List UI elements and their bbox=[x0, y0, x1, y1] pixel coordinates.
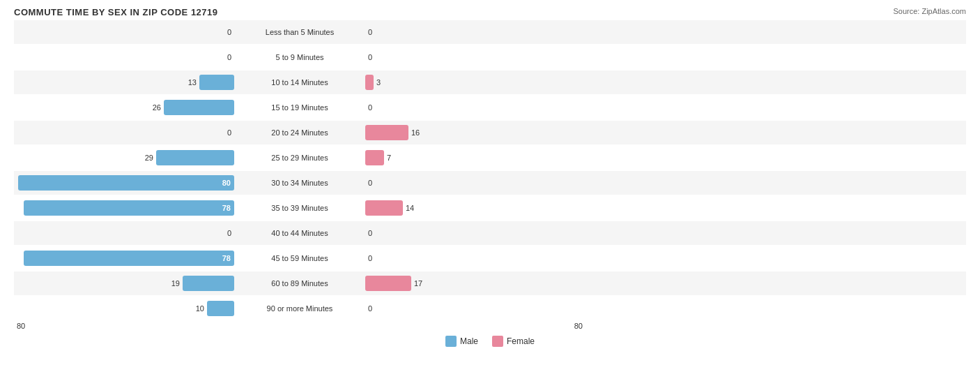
row-label: 5 to 9 Minutes bbox=[237, 53, 362, 61]
female-section: 0 bbox=[362, 103, 585, 112]
chart-row: 020 to 24 Minutes16 bbox=[14, 121, 966, 144]
chart-row: 8030 to 34 Minutes0 bbox=[14, 171, 966, 195]
chart-title: COMMUTE TIME BY SEX IN ZIP CODE 12719 bbox=[14, 7, 218, 17]
female-value: 7 bbox=[387, 154, 401, 162]
male-section: 26 bbox=[14, 100, 237, 115]
female-section: 14 bbox=[362, 200, 585, 216]
female-section: 17 bbox=[362, 276, 585, 291]
female-value: 14 bbox=[406, 204, 420, 212]
female-value: 0 bbox=[368, 28, 382, 36]
male-section: 80 bbox=[14, 175, 237, 191]
chart-row: 05 to 9 Minutes0 bbox=[14, 45, 966, 69]
male-section: 10 bbox=[14, 301, 237, 316]
female-value: 0 bbox=[368, 254, 382, 262]
chart-row: 0Less than 5 Minutes0 bbox=[14, 20, 966, 44]
chart-row: 2925 to 29 Minutes7 bbox=[14, 146, 966, 170]
row-label: 20 to 24 Minutes bbox=[237, 128, 362, 137]
chart-body: 0Less than 5 Minutes005 to 9 Minutes0131… bbox=[14, 20, 966, 320]
chart-row: 2615 to 19 Minutes0 bbox=[14, 96, 966, 119]
row-label: 15 to 19 Minutes bbox=[237, 103, 362, 112]
male-value: 0 bbox=[217, 128, 231, 137]
male-value: 0 bbox=[217, 28, 231, 36]
male-bar bbox=[207, 301, 234, 316]
row-label: 40 to 44 Minutes bbox=[237, 229, 362, 237]
female-value: 17 bbox=[414, 279, 428, 288]
female-value: 0 bbox=[368, 304, 382, 313]
female-legend-label: Female bbox=[507, 336, 535, 346]
male-value: 10 bbox=[190, 304, 204, 313]
male-section: 0 bbox=[14, 128, 237, 137]
chart-row: 040 to 44 Minutes0 bbox=[14, 221, 966, 245]
legend-male: Male bbox=[445, 336, 478, 347]
male-bar bbox=[199, 75, 234, 90]
male-section: 29 bbox=[14, 150, 237, 165]
chart-row: 7845 to 59 Minutes0 bbox=[14, 246, 966, 270]
source-label: Source: ZipAtlas.com bbox=[893, 7, 966, 15]
legend-female: Female bbox=[492, 336, 535, 347]
chart-row: 7835 to 39 Minutes14 bbox=[14, 196, 966, 220]
row-label: 90 or more Minutes bbox=[237, 304, 362, 313]
female-bar bbox=[365, 276, 411, 291]
female-bar bbox=[365, 200, 403, 216]
female-section: 0 bbox=[362, 254, 585, 262]
female-section: 7 bbox=[362, 150, 585, 165]
female-bar bbox=[365, 125, 408, 140]
row-label: 60 to 89 Minutes bbox=[237, 279, 362, 288]
row-label: 45 to 59 Minutes bbox=[237, 254, 362, 262]
row-label: Less than 5 Minutes bbox=[237, 28, 362, 36]
male-bar bbox=[183, 276, 234, 291]
male-value: 0 bbox=[217, 229, 231, 237]
row-label: 25 to 29 Minutes bbox=[237, 154, 362, 162]
female-value: 0 bbox=[368, 53, 382, 61]
row-label: 35 to 39 Minutes bbox=[237, 204, 362, 212]
female-legend-box bbox=[492, 336, 503, 347]
female-value: 16 bbox=[411, 128, 425, 137]
axis-row: 80 80 bbox=[14, 322, 966, 330]
male-section: 0 bbox=[14, 229, 237, 237]
male-legend-box bbox=[445, 336, 457, 347]
female-section: 0 bbox=[362, 28, 585, 36]
male-value: 26 bbox=[147, 103, 161, 112]
female-bar bbox=[365, 150, 384, 165]
female-section: 0 bbox=[362, 179, 585, 187]
male-value: 19 bbox=[166, 279, 180, 288]
female-value: 0 bbox=[368, 179, 382, 187]
female-value: 0 bbox=[368, 229, 382, 237]
male-bar: 78 bbox=[24, 251, 234, 266]
chart-row: 1090 or more Minutes0 bbox=[14, 297, 966, 320]
male-bar: 80 bbox=[18, 175, 234, 191]
female-value: 3 bbox=[376, 78, 390, 87]
female-bar bbox=[365, 75, 374, 90]
male-value: 29 bbox=[139, 154, 153, 162]
female-section: 0 bbox=[362, 53, 585, 61]
female-section: 16 bbox=[362, 125, 585, 140]
axis-left: 80 bbox=[14, 322, 237, 330]
female-section: 3 bbox=[362, 75, 585, 90]
legend: Male Female bbox=[14, 336, 966, 347]
female-section: 0 bbox=[362, 304, 585, 313]
male-bar bbox=[156, 150, 234, 165]
chart-row: 1960 to 89 Minutes17 bbox=[14, 271, 966, 295]
female-value: 0 bbox=[368, 103, 382, 112]
axis-right: 80 bbox=[362, 322, 585, 330]
male-section: 0 bbox=[14, 28, 237, 36]
male-value: 0 bbox=[217, 53, 231, 61]
male-section: 78 bbox=[14, 251, 237, 266]
row-label: 10 to 14 Minutes bbox=[237, 78, 362, 87]
male-section: 19 bbox=[14, 276, 237, 291]
row-label: 30 to 34 Minutes bbox=[237, 179, 362, 187]
male-bar: 78 bbox=[24, 200, 234, 216]
chart-row: 1310 to 14 Minutes3 bbox=[14, 70, 966, 94]
male-legend-label: Male bbox=[460, 336, 478, 346]
female-section: 0 bbox=[362, 229, 585, 237]
chart-wrapper: COMMUTE TIME BY SEX IN ZIP CODE 12719 So… bbox=[14, 7, 966, 347]
male-value: 13 bbox=[183, 78, 197, 87]
male-section: 78 bbox=[14, 200, 237, 216]
male-section: 13 bbox=[14, 75, 237, 90]
male-bar bbox=[164, 100, 234, 115]
male-section: 0 bbox=[14, 53, 237, 61]
